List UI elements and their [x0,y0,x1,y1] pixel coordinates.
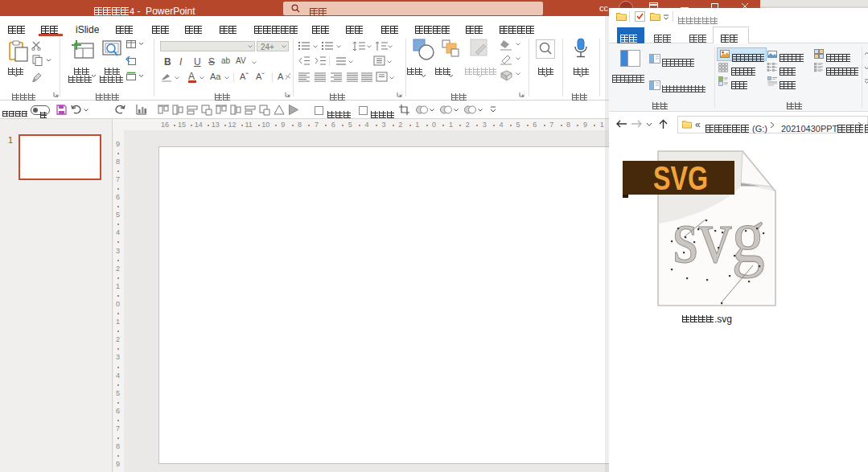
svg-text:SVG: SVG [653,159,708,197]
svg-text:svg: svg [673,195,765,279]
